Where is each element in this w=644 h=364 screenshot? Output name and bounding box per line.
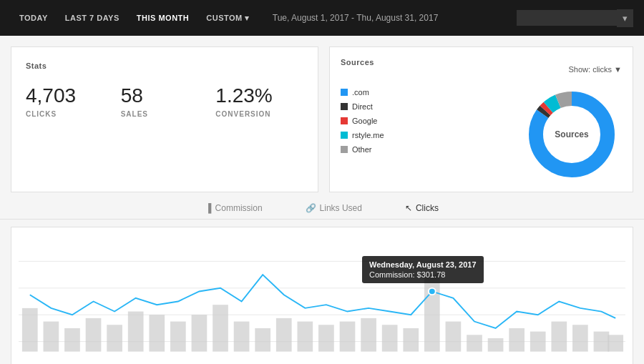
sales-stat: 58 SALES bbox=[121, 84, 209, 118]
svg-rect-32 bbox=[509, 328, 525, 352]
legend-label-google: Google bbox=[352, 117, 377, 125]
tab-clicks[interactable]: ↖ Clicks bbox=[405, 203, 439, 213]
svg-rect-17 bbox=[192, 315, 208, 351]
tab-clicks-label: Clicks bbox=[416, 203, 439, 213]
legend-label-other: Other bbox=[352, 145, 372, 154]
legend-dot-other bbox=[341, 146, 348, 153]
legend-direct: Direct bbox=[341, 102, 511, 111]
chart-svg bbox=[19, 235, 625, 358]
svg-rect-34 bbox=[551, 322, 567, 352]
legend-dot-google bbox=[341, 117, 348, 124]
svg-rect-19 bbox=[234, 322, 250, 352]
svg-rect-36 bbox=[594, 332, 610, 352]
chart-tooltip: Wednesday, August 23, 2017 Commission: $… bbox=[362, 256, 484, 283]
chart-wrapper: Wednesday, August 23, 2017 Commission: $… bbox=[0, 227, 644, 364]
legend-label-rstyle: rstyle.me bbox=[352, 131, 384, 139]
svg-rect-33 bbox=[530, 332, 546, 352]
sources-body: .com Direct Google rstyle.me Other bbox=[341, 88, 622, 181]
main-content: Stats 4,703 CLICKS 58 SALES 1.23% CONVER… bbox=[0, 36, 644, 203]
svg-rect-11 bbox=[64, 328, 80, 352]
nav-thismonth[interactable]: THIS MONTH bbox=[128, 9, 197, 26]
nav-today[interactable]: TODAY bbox=[11, 9, 57, 26]
clicks-value: 4,703 bbox=[26, 84, 114, 107]
svg-rect-35 bbox=[572, 325, 588, 351]
stats-title: Stats bbox=[26, 62, 303, 70]
svg-rect-37 bbox=[608, 335, 623, 351]
sales-value: 58 bbox=[121, 84, 209, 107]
legend-label-com: .com bbox=[352, 88, 369, 97]
nav-custom[interactable]: CUSTOM ▾ bbox=[197, 9, 258, 27]
conversion-stat: 1.23% CONVERSION bbox=[215, 84, 303, 118]
svg-rect-20 bbox=[255, 328, 270, 352]
svg-rect-12 bbox=[86, 318, 102, 352]
legend-com: .com bbox=[341, 88, 511, 97]
chart-tabs: ▐ Commission 🔗 Links Used ↖ Clicks bbox=[0, 203, 644, 220]
date-range: Tue, August 1, 2017 - Thu, August 31, 20… bbox=[273, 13, 517, 23]
legend-google: Google bbox=[341, 117, 511, 125]
sources-card: Sources Show: clicks ▼ .com Direct Googl… bbox=[329, 46, 633, 192]
legend-other: Other bbox=[341, 145, 511, 154]
clicks-stat: 4,703 CLICKS bbox=[26, 84, 114, 118]
svg-rect-21 bbox=[276, 318, 292, 352]
svg-rect-15 bbox=[149, 315, 165, 351]
svg-rect-27 bbox=[403, 328, 419, 352]
legend-dot-rstyle bbox=[341, 132, 348, 139]
tab-links-used[interactable]: 🔗 Links Used bbox=[306, 203, 362, 213]
svg-rect-9 bbox=[22, 308, 38, 352]
sales-label: SALES bbox=[121, 110, 209, 118]
svg-rect-10 bbox=[44, 322, 59, 352]
link-icon: 🔗 bbox=[306, 203, 316, 213]
search-dropdown[interactable]: ▾ bbox=[617, 9, 633, 27]
sources-legend: .com Direct Google rstyle.me Other bbox=[341, 88, 511, 181]
show-dropdown[interactable]: Show: clicks ▼ bbox=[569, 65, 622, 74]
tooltip-value: Commission: $301.78 bbox=[369, 270, 477, 279]
svg-rect-29 bbox=[446, 322, 462, 352]
cursor-icon: ↖ bbox=[405, 203, 412, 213]
conversion-label: CONVERSION bbox=[215, 110, 303, 118]
svg-rect-31 bbox=[488, 338, 504, 352]
svg-rect-28 bbox=[424, 275, 440, 352]
nav-last7[interactable]: LAST 7 DAYS bbox=[57, 9, 128, 26]
search-input[interactable] bbox=[517, 10, 617, 26]
svg-rect-25 bbox=[361, 318, 376, 352]
tab-commission[interactable]: ▐ Commission bbox=[205, 203, 263, 213]
tooltip-date: Wednesday, August 23, 2017 bbox=[369, 260, 477, 269]
tab-links-label: Links Used bbox=[320, 203, 362, 213]
svg-rect-24 bbox=[340, 322, 356, 352]
sources-title: Sources bbox=[341, 58, 374, 67]
svg-point-38 bbox=[429, 288, 436, 295]
header: TODAY LAST 7 DAYS THIS MONTH CUSTOM ▾ Tu… bbox=[0, 0, 644, 36]
svg-rect-14 bbox=[128, 312, 144, 352]
svg-rect-13 bbox=[107, 325, 122, 351]
svg-rect-16 bbox=[170, 322, 186, 352]
svg-rect-18 bbox=[213, 305, 228, 351]
conversion-value: 1.23% bbox=[215, 84, 303, 107]
sources-header: Sources Show: clicks ▼ bbox=[341, 58, 622, 81]
stats-grid: 4,703 CLICKS 58 SALES 1.23% CONVERSION bbox=[26, 84, 303, 118]
legend-dot-com bbox=[341, 89, 348, 96]
tab-commission-label: Commission bbox=[215, 203, 263, 213]
chart-area: Wednesday, August 23, 2017 Commission: $… bbox=[11, 227, 633, 364]
donut-label: Sources bbox=[555, 129, 588, 139]
legend-rstyle: rstyle.me bbox=[341, 131, 511, 139]
bar-chart-icon: ▐ bbox=[205, 203, 212, 213]
svg-rect-30 bbox=[467, 335, 482, 351]
svg-rect-22 bbox=[297, 322, 313, 352]
donut-chart: Sources bbox=[522, 88, 622, 181]
legend-dot-direct bbox=[341, 103, 348, 110]
clicks-label: CLICKS bbox=[26, 110, 114, 118]
svg-rect-23 bbox=[318, 325, 334, 351]
svg-rect-26 bbox=[382, 325, 398, 351]
stats-card: Stats 4,703 CLICKS 58 SALES 1.23% CONVER… bbox=[11, 46, 318, 192]
legend-label-direct: Direct bbox=[352, 102, 373, 111]
